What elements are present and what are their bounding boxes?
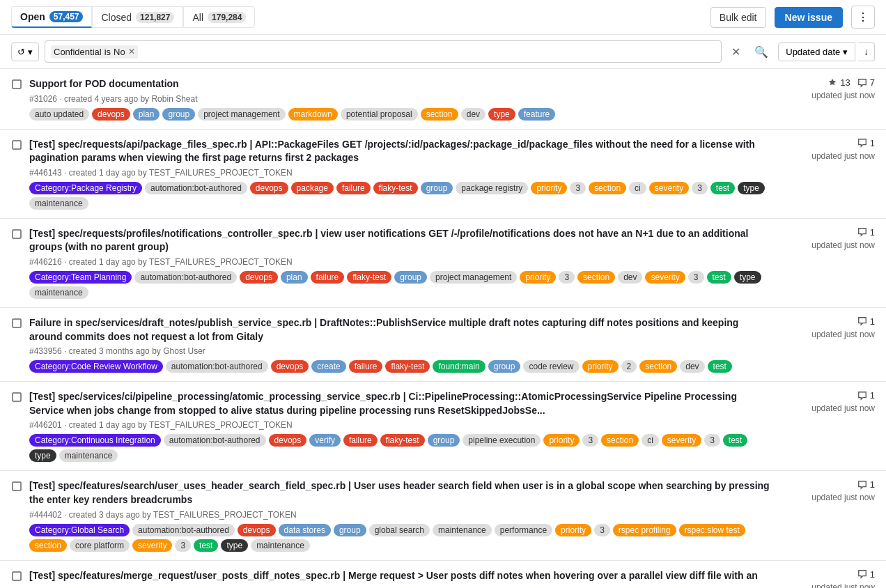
issue-label[interactable]: section: [577, 271, 615, 284]
issue-label[interactable]: severity: [662, 434, 701, 447]
issue-label[interactable]: test: [723, 434, 747, 447]
issue-label[interactable]: type: [488, 108, 515, 121]
issue-label[interactable]: section: [639, 360, 677, 373]
issue-label[interactable]: maintenance: [29, 286, 88, 299]
issue-title[interactable]: [Test] spec/requests/profiles/notificati…: [29, 227, 770, 254]
tab-closed[interactable]: Closed 121,827: [92, 6, 183, 28]
issue-label[interactable]: Category:Team Planning: [29, 271, 132, 284]
issue-label[interactable]: severity: [649, 182, 689, 194]
issue-label[interactable]: severity: [132, 539, 172, 552]
issue-title[interactable]: Failure in spec/services/draft_notes/pub…: [29, 316, 770, 343]
issue-label[interactable]: priority: [520, 271, 556, 284]
issue-label[interactable]: test: [194, 539, 218, 552]
issue-label[interactable]: create: [311, 360, 345, 373]
issue-label[interactable]: potential proposal: [341, 108, 418, 121]
issue-label[interactable]: rspec:slow test: [679, 524, 745, 536]
issue-label[interactable]: performance: [495, 524, 552, 536]
issue-label[interactable]: type: [221, 539, 248, 552]
issue-label[interactable]: section: [589, 182, 626, 194]
issue-label[interactable]: automation:bot-authored: [145, 182, 247, 194]
issue-label[interactable]: test: [707, 271, 731, 284]
issue-label[interactable]: auto updated: [29, 108, 89, 121]
issue-label[interactable]: failure: [343, 434, 378, 447]
issue-title[interactable]: [Test] spec/features/merge_request/user_…: [29, 569, 770, 583]
issue-label[interactable]: dev: [461, 108, 485, 121]
issue-label[interactable]: test: [708, 360, 732, 373]
issue-label[interactable]: priority: [582, 360, 619, 373]
issue-label[interactable]: automation:bot-authored: [132, 524, 235, 536]
issue-label[interactable]: maintenance: [59, 449, 118, 462]
issue-label[interactable]: 3: [570, 182, 586, 194]
issue-label[interactable]: 3: [688, 271, 704, 284]
bulk-edit-button[interactable]: Bulk edit: [710, 7, 766, 28]
issue-label[interactable]: verify: [309, 434, 341, 447]
new-issue-button[interactable]: New issue: [775, 7, 843, 28]
issue-label[interactable]: maintenance: [251, 539, 310, 552]
issue-label[interactable]: devops: [269, 434, 307, 447]
issue-label[interactable]: 3: [692, 182, 708, 194]
issue-label[interactable]: failure: [311, 271, 345, 284]
issue-label[interactable]: ci: [642, 434, 659, 447]
issue-label[interactable]: dev: [618, 271, 642, 284]
issue-label[interactable]: group: [162, 108, 195, 121]
issue-label[interactable]: project management: [198, 108, 285, 121]
issue-label[interactable]: Category:Package Registry: [29, 182, 142, 194]
issue-label[interactable]: section: [421, 108, 458, 121]
issue-label[interactable]: maintenance: [433, 524, 492, 536]
filter-search-button[interactable]: 🔍: [750, 42, 772, 61]
issue-label[interactable]: dev: [680, 360, 704, 373]
issue-label[interactable]: type: [734, 271, 761, 284]
issue-label[interactable]: automation:bot-authored: [164, 434, 266, 447]
issue-label[interactable]: plan: [133, 108, 160, 121]
issue-label[interactable]: package registry: [456, 182, 528, 194]
issue-label[interactable]: core platform: [70, 539, 130, 552]
issue-label[interactable]: group: [334, 524, 366, 536]
issue-title[interactable]: [Test] spec/services/ci/pipeline_process…: [29, 390, 770, 417]
issue-label[interactable]: Category:Code Review Workflow: [29, 360, 163, 373]
issue-label[interactable]: data stores: [279, 524, 331, 536]
issue-label[interactable]: section: [601, 434, 639, 447]
issue-label[interactable]: priority: [555, 524, 591, 536]
issue-label[interactable]: type: [738, 182, 765, 194]
issue-label[interactable]: 3: [175, 539, 191, 552]
issue-title[interactable]: Support for POD documentation: [29, 77, 770, 91]
issue-label[interactable]: maintenance: [29, 197, 88, 210]
issue-label[interactable]: type: [29, 449, 56, 462]
issue-label[interactable]: priority: [531, 182, 567, 194]
issue-label[interactable]: group: [488, 360, 521, 373]
filter-history-button[interactable]: ↺ ▾: [11, 42, 39, 61]
issue-label[interactable]: found:main: [433, 360, 485, 373]
issue-label[interactable]: Category:Continuous Integration: [29, 434, 161, 447]
filter-input-area[interactable]: Confidential is No ✕: [45, 40, 722, 63]
issue-label[interactable]: 3: [704, 434, 720, 447]
token-remove-button[interactable]: ✕: [128, 47, 135, 56]
issue-label[interactable]: section: [29, 539, 67, 552]
issue-label[interactable]: pipeline execution: [463, 434, 541, 447]
issue-label[interactable]: code review: [523, 360, 579, 373]
issue-label[interactable]: devops: [92, 108, 130, 121]
issue-label[interactable]: group: [421, 182, 453, 194]
issue-label[interactable]: flaky-test: [380, 434, 425, 447]
issue-label[interactable]: 3: [594, 524, 610, 536]
issue-label[interactable]: rspec profiling: [613, 524, 676, 536]
issue-label[interactable]: 2: [621, 360, 637, 373]
issue-label[interactable]: failure: [349, 360, 383, 373]
issue-label[interactable]: automation:bot-authored: [166, 360, 268, 373]
tab-open[interactable]: Open 57,457: [11, 6, 92, 28]
issue-label[interactable]: devops: [271, 360, 309, 373]
issue-label[interactable]: flaky-test: [347, 271, 391, 284]
issue-label[interactable]: priority: [543, 434, 580, 447]
sort-button[interactable]: Updated date ▾: [778, 42, 855, 61]
issue-label[interactable]: devops: [238, 524, 276, 536]
issue-label[interactable]: group: [428, 434, 460, 447]
issue-label[interactable]: flaky-test: [385, 360, 430, 373]
issue-label[interactable]: plan: [281, 271, 308, 284]
issue-label[interactable]: automation:bot-authored: [134, 271, 237, 284]
filter-clear-button[interactable]: ✕: [727, 42, 745, 61]
issue-label[interactable]: markdown: [288, 108, 338, 121]
issue-label[interactable]: severity: [645, 271, 685, 284]
issue-label[interactable]: failure: [336, 182, 371, 194]
issue-label[interactable]: package: [291, 182, 334, 194]
issue-label[interactable]: group: [394, 271, 427, 284]
issue-label[interactable]: project management: [430, 271, 517, 284]
